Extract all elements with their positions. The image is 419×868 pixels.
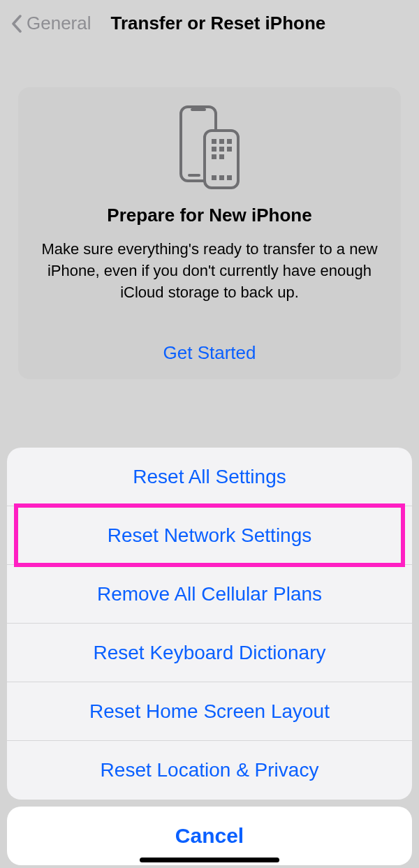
option-label: Remove All Cellular Plans bbox=[97, 583, 322, 605]
svg-rect-14 bbox=[227, 175, 232, 180]
option-label: Reset Location & Privacy bbox=[101, 759, 319, 781]
prepare-title: Prepare for New iPhone bbox=[38, 205, 381, 226]
svg-rect-4 bbox=[212, 139, 216, 144]
reset-all-settings-option[interactable]: Reset All Settings bbox=[7, 448, 412, 506]
svg-rect-9 bbox=[227, 147, 232, 152]
svg-rect-8 bbox=[219, 147, 224, 152]
cancel-label: Cancel bbox=[175, 824, 244, 848]
prepare-card: Prepare for New iPhone Make sure everyth… bbox=[18, 87, 401, 379]
back-label: General bbox=[27, 13, 91, 34]
chevron-left-icon bbox=[11, 15, 22, 33]
reset-keyboard-dictionary-option[interactable]: Reset Keyboard Dictionary bbox=[7, 624, 412, 682]
reset-home-screen-layout-option[interactable]: Reset Home Screen Layout bbox=[7, 682, 412, 741]
option-label: Reset Network Settings bbox=[108, 524, 312, 547]
get-started-button[interactable]: Get Started bbox=[38, 342, 381, 364]
remove-all-cellular-plans-option[interactable]: Remove All Cellular Plans bbox=[7, 565, 412, 624]
prepare-description: Make sure everything's ready to transfer… bbox=[38, 239, 381, 303]
back-button[interactable]: General bbox=[11, 13, 91, 34]
cancel-group: Cancel bbox=[7, 807, 412, 865]
reset-options-group: Reset All Settings Reset Network Setting… bbox=[7, 448, 412, 800]
svg-rect-7 bbox=[212, 147, 216, 152]
option-label: Reset All Settings bbox=[133, 466, 286, 488]
nav-bar: General Transfer or Reset iPhone bbox=[0, 0, 419, 45]
page-title: Transfer or Reset iPhone bbox=[111, 13, 326, 34]
devices-icon bbox=[38, 105, 381, 189]
option-label: Reset Keyboard Dictionary bbox=[93, 642, 325, 664]
svg-rect-13 bbox=[219, 175, 224, 180]
svg-rect-6 bbox=[227, 139, 232, 144]
svg-rect-5 bbox=[219, 139, 224, 144]
home-indicator[interactable] bbox=[140, 858, 279, 862]
svg-rect-12 bbox=[212, 175, 216, 180]
option-label: Reset Home Screen Layout bbox=[89, 700, 330, 723]
reset-action-sheet: Reset All Settings Reset Network Setting… bbox=[0, 448, 419, 868]
reset-location-privacy-option[interactable]: Reset Location & Privacy bbox=[7, 741, 412, 800]
reset-network-settings-option[interactable]: Reset Network Settings bbox=[7, 506, 412, 565]
cancel-button[interactable]: Cancel bbox=[7, 807, 412, 865]
svg-rect-11 bbox=[219, 154, 224, 159]
svg-rect-10 bbox=[212, 154, 216, 159]
